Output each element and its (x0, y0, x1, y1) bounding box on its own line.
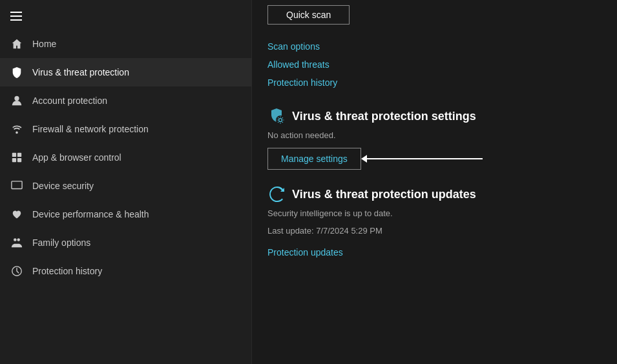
sidebar-item-device-security-label: Device security (32, 181, 94, 191)
sidebar-item-device-security[interactable]: Device security (0, 172, 251, 200)
updates-section: Virus & threat protection updates Securi… (267, 185, 601, 261)
sidebar-item-family[interactable]: Family options (0, 228, 251, 257)
updates-title: Virus & threat protection updates (292, 188, 476, 201)
settings-section: Virus & threat protection settings No ac… (267, 107, 601, 170)
sidebar-item-app-browser[interactable]: App & browser control (0, 143, 251, 172)
sidebar-item-account[interactable]: Account protection (0, 86, 251, 115)
heart-icon (10, 208, 23, 221)
settings-gear-icon (267, 107, 286, 125)
refresh-icon (267, 185, 286, 203)
top-bar: Quick scan (267, 0, 601, 35)
wifi-icon (10, 123, 23, 136)
main-content: Quick scan Scan options Allowed threats … (252, 0, 617, 364)
svg-rect-4 (17, 158, 21, 162)
sidebar-item-firewall[interactable]: Firewall & network protection (0, 115, 251, 143)
svg-point-7 (17, 238, 20, 241)
family-icon (10, 236, 23, 249)
sidebar-item-virus-threat[interactable]: Virus & threat protection (0, 58, 251, 86)
sidebar-item-virus-label: Virus & threat protection (32, 67, 129, 77)
home-icon (10, 37, 23, 50)
scan-options-link[interactable]: Scan options (267, 37, 601, 56)
sidebar-item-health-label: Device performance & health (32, 209, 149, 219)
sidebar-item-home[interactable]: Home (0, 30, 251, 58)
sidebar-item-firewall-label: Firewall & network protection (32, 124, 149, 134)
manage-settings-row: Manage settings (267, 148, 601, 170)
svg-rect-1 (12, 153, 16, 157)
protection-updates-link[interactable]: Protection updates (267, 243, 601, 261)
sidebar-item-history-label: Protection history (32, 266, 102, 276)
svg-rect-5 (12, 181, 22, 189)
clock-icon (10, 265, 23, 278)
sidebar: Home Virus & threat protection Account p… (0, 0, 252, 364)
updates-header: Virus & threat protection updates (267, 185, 601, 203)
hamburger-menu[interactable] (0, 5, 26, 30)
monitor-icon (10, 179, 23, 192)
shield-icon (10, 66, 23, 79)
person-icon (10, 94, 23, 107)
last-update-text: Last update: 7/7/2024 5:29 PM (267, 226, 601, 236)
svg-rect-2 (17, 153, 21, 157)
svg-rect-3 (12, 158, 16, 162)
settings-title: Virus & threat protection settings (292, 110, 476, 123)
protection-history-link[interactable]: Protection history (267, 74, 601, 92)
updates-status: Security intelligence is up to date. (267, 208, 601, 218)
sidebar-item-account-label: Account protection (32, 96, 107, 106)
app-icon (10, 151, 23, 164)
svg-point-0 (14, 96, 19, 101)
manage-settings-button[interactable]: Manage settings (267, 148, 361, 170)
svg-point-6 (14, 238, 17, 241)
allowed-threats-link[interactable]: Allowed threats (267, 56, 601, 74)
arrow-indicator (366, 158, 483, 159)
sidebar-item-protection-history[interactable]: Protection history (0, 257, 251, 285)
settings-header: Virus & threat protection settings (267, 107, 601, 125)
sidebar-item-family-label: Family options (32, 238, 90, 248)
sidebar-item-app-label: App & browser control (32, 152, 121, 163)
quick-scan-button[interactable]: Quick scan (267, 5, 350, 25)
sidebar-item-device-health[interactable]: Device performance & health (0, 200, 251, 228)
sidebar-item-home-label: Home (32, 39, 56, 49)
settings-description: No action needed. (267, 130, 601, 140)
